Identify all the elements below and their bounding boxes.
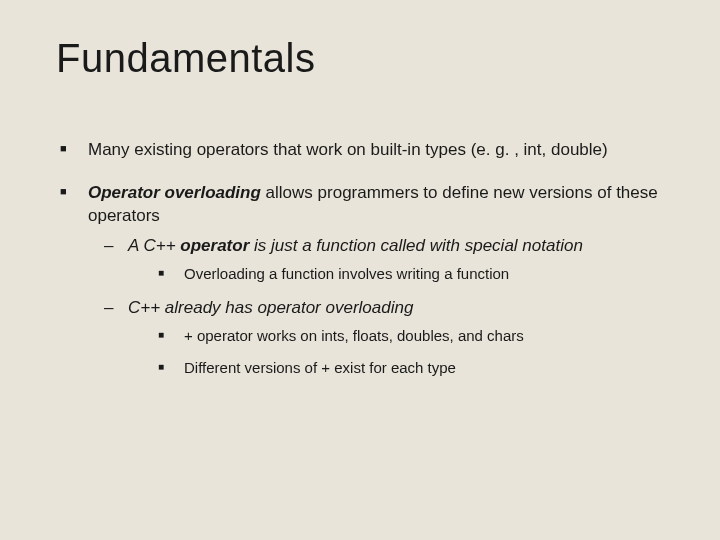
bullet-text: Many existing operators that work on bui… [88,140,608,159]
sub-bullet-text: A C++ [128,236,180,255]
sub-sub-bullet-list: Overloading a function involves writing … [154,264,664,284]
sub-sub-bullet-text: Different versions of + exist for each t… [184,359,456,376]
slide-title: Fundamentals [56,36,664,81]
sub-bullet-text-bold: operator [180,236,249,255]
sub-sub-bullet-text: Overloading a function involves writing … [184,265,509,282]
sub-sub-bullet-item: + operator works on ints, floats, double… [154,326,664,346]
sub-bullet-item: C++ already has operator overloading + o… [102,296,664,378]
sub-bullet-list: A C++ operator is just a function called… [102,234,664,378]
sub-bullet-text: C++ already has operator overloading [128,298,413,317]
sub-bullet-text: is just a function called with special n… [249,236,583,255]
sub-bullet-item: A C++ operator is just a function called… [102,234,664,284]
bullet-list: Many existing operators that work on bui… [56,139,664,378]
sub-sub-bullet-text: + operator works on ints, floats, double… [184,327,524,344]
sub-sub-bullet-list: + operator works on ints, floats, double… [154,326,664,379]
sub-sub-bullet-item: Different versions of + exist for each t… [154,358,664,378]
bullet-item: Operator overloading allows programmers … [56,182,664,378]
bullet-text-emphasis: Operator overloading [88,183,261,202]
sub-sub-bullet-item: Overloading a function involves writing … [154,264,664,284]
slide: Fundamentals Many existing operators tha… [0,0,720,540]
bullet-item: Many existing operators that work on bui… [56,139,664,162]
